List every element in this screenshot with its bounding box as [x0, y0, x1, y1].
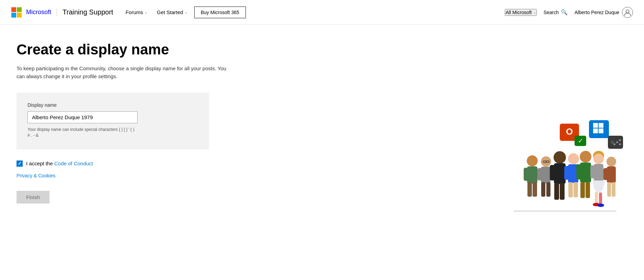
svg-point-21: [527, 155, 538, 166]
accept-terms-text: I accept the: [26, 160, 54, 166]
svg-rect-2: [11, 13, 16, 18]
all-microsoft-button[interactable]: All Microsoft ⌄: [505, 9, 536, 16]
input-hint: Your display name can include special ch…: [28, 127, 138, 138]
svg-rect-7: [593, 123, 598, 128]
svg-rect-68: [607, 182, 611, 197]
svg-rect-47: [574, 182, 578, 197]
svg-rect-10: [599, 128, 603, 133]
content-left: Create a display name To keep participat…: [17, 41, 250, 204]
svg-rect-25: [527, 182, 532, 197]
svg-rect-31: [541, 182, 545, 197]
get-started-nav-item[interactable]: Get Started ⌄: [153, 7, 192, 18]
all-microsoft-label: All Microsoft: [505, 10, 532, 15]
svg-rect-44: [564, 166, 569, 180]
page-title: Create a display name: [17, 41, 250, 58]
svg-rect-58: [590, 165, 595, 178]
svg-text:✓: ✓: [578, 137, 583, 144]
svg-rect-5: [513, 210, 616, 212]
svg-point-20: [613, 143, 615, 145]
svg-rect-69: [612, 182, 615, 197]
accept-terms-label: I accept the Code of Conduct: [26, 160, 93, 166]
svg-point-17: [616, 141, 618, 143]
header: Microsoft Training Support Forums ⌄ Get …: [0, 0, 644, 25]
svg-rect-61: [599, 193, 602, 204]
microsoft-wordmark: Microsoft: [26, 9, 51, 16]
svg-rect-41: [560, 183, 565, 200]
checkmark-icon: ✓: [18, 161, 22, 166]
buy-microsoft-365-button[interactable]: Buy Microsoft 365: [194, 7, 246, 18]
svg-rect-66: [603, 168, 608, 180]
user-area[interactable]: Alberto Perez Duque: [575, 7, 633, 18]
site-name: Training Support: [63, 8, 113, 16]
svg-rect-24: [533, 168, 537, 181]
page-subtitle: To keep participating in the Community, …: [17, 65, 230, 80]
svg-rect-23: [524, 168, 528, 181]
svg-rect-3: [17, 13, 22, 18]
display-name-label: Display name: [28, 102, 198, 108]
svg-rect-50: [576, 164, 581, 179]
code-of-conduct-link[interactable]: Code of Conduct: [54, 160, 93, 166]
search-icon: 🔍: [561, 9, 568, 15]
forums-nav-item[interactable]: Forums ⌄: [121, 7, 151, 18]
svg-rect-1: [17, 7, 22, 12]
forums-label: Forums: [125, 9, 143, 15]
get-started-chevron-icon: ⌄: [185, 10, 187, 14]
display-name-input[interactable]: [28, 111, 138, 123]
svg-rect-52: [580, 182, 585, 198]
svg-rect-0: [11, 7, 16, 12]
svg-rect-9: [593, 128, 598, 133]
search-label: Search: [544, 10, 559, 15]
microsoft-logo-link[interactable]: Microsoft: [11, 7, 51, 18]
svg-rect-38: [550, 165, 555, 180]
svg-rect-15: [608, 136, 623, 149]
svg-rect-67: [611, 168, 616, 180]
svg-rect-59: [599, 165, 603, 178]
svg-rect-26: [533, 182, 537, 197]
svg-rect-39: [560, 165, 565, 180]
display-name-form-card: Display name Your display name can inclu…: [17, 93, 209, 149]
svg-rect-51: [586, 164, 590, 179]
finish-button[interactable]: Finish: [17, 191, 50, 204]
svg-rect-60: [595, 192, 598, 204]
svg-point-16: [611, 141, 614, 144]
community-illustration: O ✓: [506, 117, 623, 220]
user-name: Alberto Perez Duque: [575, 10, 619, 15]
svg-rect-53: [586, 182, 590, 198]
search-button[interactable]: Search 🔍: [544, 9, 568, 15]
forums-chevron-icon: ⌄: [144, 10, 147, 14]
svg-point-48: [580, 151, 591, 163]
svg-rect-29: [537, 168, 542, 180]
svg-point-42: [568, 153, 579, 164]
privacy-cookies-link[interactable]: Privacy & Cookies: [17, 173, 250, 178]
svg-point-18: [619, 139, 621, 141]
header-divider: [57, 8, 57, 17]
svg-point-36: [554, 151, 566, 164]
accept-terms-checkbox[interactable]: ✓: [17, 160, 23, 167]
illustration-svg: O ✓: [506, 117, 623, 220]
accept-terms-row: ✓ I accept the Code of Conduct: [17, 160, 250, 167]
svg-rect-46: [568, 182, 573, 197]
svg-point-64: [607, 157, 616, 166]
main-content: Create a display name To keep participat…: [0, 25, 644, 220]
microsoft-logo-icon: [11, 7, 22, 18]
svg-rect-32: [546, 182, 550, 197]
all-microsoft-chevron-icon: ⌄: [533, 10, 536, 14]
main-nav: Forums ⌄ Get Started ⌄ Buy Microsoft 365: [121, 7, 246, 18]
svg-point-56: [593, 154, 604, 164]
svg-rect-40: [554, 183, 559, 200]
svg-point-63: [597, 204, 604, 207]
svg-point-4: [626, 10, 629, 13]
user-avatar-icon: [622, 7, 633, 18]
svg-text:O: O: [566, 126, 573, 137]
get-started-label: Get Started: [157, 9, 183, 15]
svg-point-19: [619, 143, 621, 145]
svg-rect-8: [599, 123, 603, 128]
header-right: All Microsoft ⌄ Search 🔍 Alberto Perez D…: [505, 7, 633, 18]
